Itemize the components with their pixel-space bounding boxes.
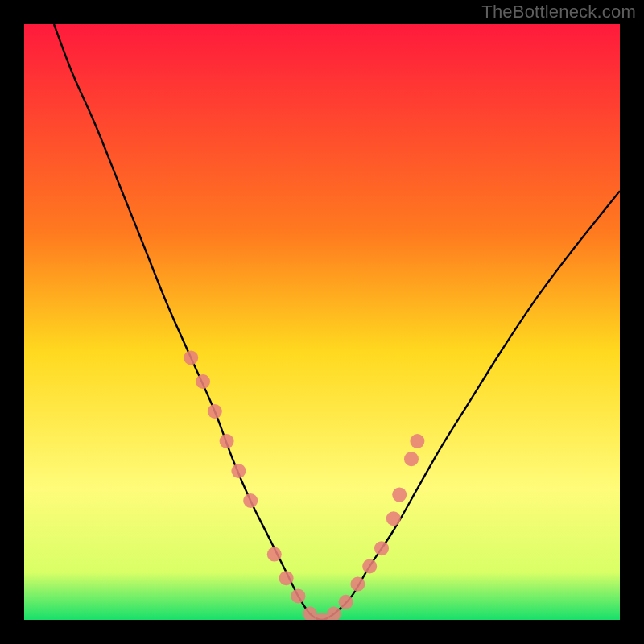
marker-dot	[350, 577, 365, 592]
marker-dot	[404, 452, 419, 466]
marker-dot	[279, 571, 294, 585]
marker-dot	[291, 588, 305, 603]
marker-dot	[374, 541, 389, 555]
marker-dot	[410, 434, 424, 448]
marker-dot	[208, 404, 222, 419]
marker-dot	[231, 464, 246, 478]
plot-area	[24, 24, 620, 620]
gradient-background	[24, 24, 620, 620]
watermark-text: TheBottleneck.com	[481, 2, 636, 23]
marker-dot	[220, 434, 234, 448]
marker-dot	[184, 350, 198, 365]
marker-dot	[339, 595, 353, 609]
marker-dot	[196, 374, 210, 389]
marker-dot	[267, 547, 282, 562]
marker-dot	[362, 559, 377, 573]
marker-dot	[386, 511, 401, 526]
chart-frame: TheBottleneck.com	[0, 0, 644, 644]
marker-dot	[392, 488, 407, 502]
chart-svg	[24, 24, 620, 620]
marker-dot	[243, 493, 258, 508]
